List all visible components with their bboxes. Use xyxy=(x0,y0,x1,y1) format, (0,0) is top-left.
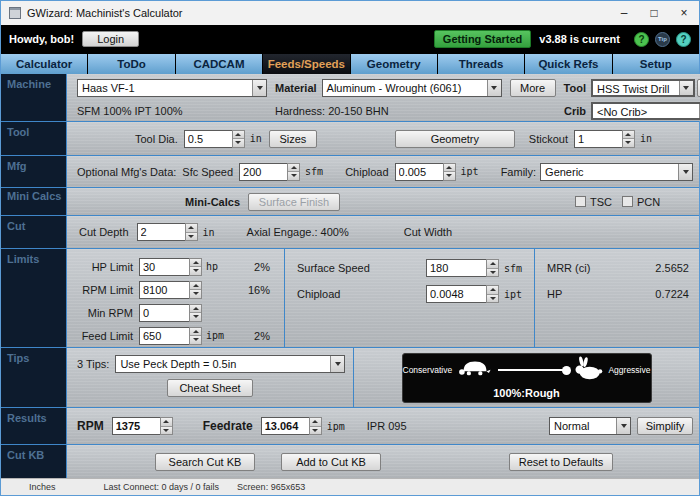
sfc-speed-down[interactable] xyxy=(288,171,299,180)
min-rpm-spinner xyxy=(139,304,202,322)
info-icon[interactable]: ? xyxy=(634,32,649,47)
window-title: GWizard: Machinist's Calculator xyxy=(27,7,183,19)
tool-dia-input[interactable] xyxy=(184,130,232,148)
rpm-up[interactable] xyxy=(161,418,172,426)
min-rpm-input[interactable] xyxy=(139,304,189,322)
section-label-tips: Tips xyxy=(1,348,66,407)
feedrate-up[interactable] xyxy=(310,418,321,426)
min-rpm-down[interactable] xyxy=(190,312,201,321)
getting-started-button[interactable]: Getting Started xyxy=(434,30,531,48)
sfc-speed-input[interactable] xyxy=(239,163,287,181)
min-rpm-label: Min RPM xyxy=(67,307,133,319)
min-rpm-up[interactable] xyxy=(190,305,201,313)
more-button[interactable]: More xyxy=(510,79,556,97)
rpm-spinner xyxy=(112,417,173,435)
mfg-chipload-unit: ipt xyxy=(461,166,479,177)
tool-dia-down[interactable] xyxy=(233,138,244,147)
close-button[interactable]: × xyxy=(669,1,699,25)
section-label-limits: Limits xyxy=(1,249,66,347)
surface-speed-down[interactable] xyxy=(487,268,498,277)
hp-limit-up[interactable] xyxy=(190,259,201,267)
sfc-speed-spinner xyxy=(239,163,300,181)
simplify-button[interactable]: Simplify xyxy=(637,417,693,435)
machine-select[interactable]: Haas VF-1 xyxy=(77,79,267,97)
stickout-up[interactable] xyxy=(623,131,634,139)
chipload-limit-input[interactable] xyxy=(426,285,486,303)
sizes-button[interactable]: Sizes xyxy=(269,130,317,148)
slider-knob[interactable] xyxy=(562,366,571,375)
rpm-limit-input[interactable] xyxy=(139,281,189,299)
geometry-button[interactable]: Geometry xyxy=(395,130,515,148)
chevron-down-icon[interactable] xyxy=(487,80,501,96)
tool-dia-up[interactable] xyxy=(233,131,244,139)
feed-limit-up[interactable] xyxy=(190,328,201,336)
cut-depth-input[interactable] xyxy=(137,223,185,241)
add-to-cut-kb-button[interactable]: Add to Cut KB xyxy=(281,453,381,471)
hp-limit-unit: hp xyxy=(206,261,228,272)
stickout-input[interactable] xyxy=(574,130,622,148)
results-mode-select[interactable]: Normal xyxy=(549,417,631,435)
tab-todo[interactable]: ToDo xyxy=(88,54,174,74)
reset-to-defaults-button[interactable]: Reset to Defaults xyxy=(509,453,613,471)
tool-select[interactable]: HSS Twist Drill xyxy=(591,79,695,97)
crib-select[interactable]: <No Crib> xyxy=(591,102,700,120)
rpm-limit-down[interactable] xyxy=(190,289,201,298)
feed-limit-pct: 2% xyxy=(254,330,270,342)
mfg-chipload-input[interactable] xyxy=(395,163,443,181)
tab-quick-refs[interactable]: Quick Refs xyxy=(525,54,611,74)
rpm-limit-spinner xyxy=(139,281,202,299)
pcn-checkbox[interactable] xyxy=(622,196,633,207)
rpm-input[interactable] xyxy=(112,417,160,435)
surface-speed-spinner xyxy=(426,259,499,277)
minimize-button[interactable]: – xyxy=(609,1,639,25)
maximize-button[interactable]: □ xyxy=(639,1,669,25)
feed-limit-down[interactable] xyxy=(190,335,201,344)
chevron-down-icon[interactable] xyxy=(616,418,630,434)
mfg-chipload-up[interactable] xyxy=(444,164,455,172)
section-label-machine: Machine xyxy=(1,74,66,121)
cheat-sheet-button[interactable]: Cheat Sheet xyxy=(167,379,253,397)
surface-finish-button[interactable]: Surface Finish xyxy=(248,193,340,211)
mfg-chipload-down[interactable] xyxy=(444,171,455,180)
titlebar: GWizard: Machinist's Calculator – □ × xyxy=(1,1,699,25)
hp-limit-input[interactable] xyxy=(139,258,189,276)
surface-speed-up[interactable] xyxy=(487,260,498,268)
material-select[interactable]: Aluminum - Wrought (6061) xyxy=(322,79,502,97)
login-button[interactable]: Login xyxy=(82,31,139,47)
chevron-down-icon[interactable] xyxy=(679,81,693,95)
rpm-limit-up[interactable] xyxy=(190,282,201,290)
tab-calculator[interactable]: Calculator xyxy=(1,54,87,74)
tab-cadcam[interactable]: CADCAM xyxy=(176,54,262,74)
tab-feeds-speeds[interactable]: Feeds/Speeds xyxy=(263,54,349,74)
greeting-text: Howdy, bob! xyxy=(9,33,74,45)
chevron-down-icon[interactable] xyxy=(330,356,344,372)
tab-setup[interactable]: Setup xyxy=(613,54,699,74)
feedrate-input[interactable] xyxy=(261,417,309,435)
cut-depth-up[interactable] xyxy=(186,224,197,232)
rpm-down[interactable] xyxy=(161,426,172,435)
sfc-speed-up[interactable] xyxy=(288,164,299,172)
hardness-text: Hardness: 20-150 BHN xyxy=(275,105,564,117)
cut-width-label: Cut Width xyxy=(404,226,452,238)
search-cut-kb-button[interactable]: Search Cut KB xyxy=(155,453,255,471)
tip-select[interactable]: Use Peck Depth = 0.5in xyxy=(115,355,345,373)
tab-threads[interactable]: Threads xyxy=(438,54,524,74)
cut-depth-down[interactable] xyxy=(186,232,197,241)
section-label-tool: Tool xyxy=(1,122,66,155)
tip-icon[interactable]: Tip xyxy=(655,32,670,47)
aggressiveness-slider[interactable] xyxy=(498,369,568,371)
chevron-down-icon[interactable] xyxy=(252,80,266,96)
feed-limit-unit: ipm xyxy=(206,330,228,341)
chipload-limit-down[interactable] xyxy=(487,294,498,303)
tsc-checkbox[interactable] xyxy=(575,196,586,207)
chipload-limit-up[interactable] xyxy=(487,286,498,294)
hp-limit-down[interactable] xyxy=(190,266,201,275)
surface-speed-input[interactable] xyxy=(426,259,486,277)
help-icon[interactable]: ? xyxy=(676,32,691,47)
chevron-down-icon[interactable] xyxy=(678,164,692,180)
tab-geometry[interactable]: Geometry xyxy=(351,54,437,74)
family-select[interactable]: Generic xyxy=(540,163,693,181)
stickout-down[interactable] xyxy=(623,138,634,147)
feedrate-down[interactable] xyxy=(310,426,321,435)
feed-limit-input[interactable] xyxy=(139,327,189,345)
